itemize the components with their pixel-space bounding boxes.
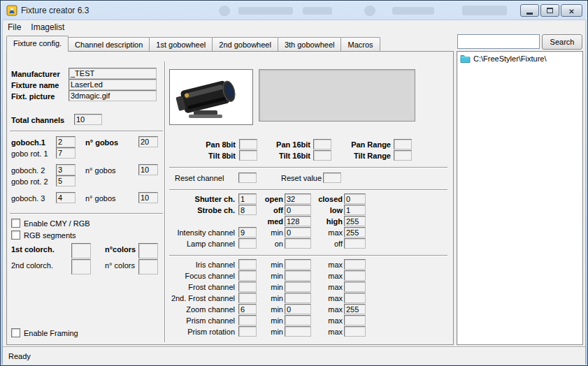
titlebar-glass-artifact <box>303 7 332 15</box>
strobe-off-field[interactable] <box>285 205 311 215</box>
strobe-med-field[interactable] <box>285 216 311 226</box>
intensity-max-field[interactable] <box>344 227 366 237</box>
shutter-open-label: open <box>259 195 283 204</box>
strobe-low-field[interactable] <box>344 205 366 215</box>
prism-rotation-max-field[interactable] <box>344 326 366 337</box>
enable-cmy-rgb-label: Enable CMY / RGB <box>24 219 90 228</box>
iris-max-field[interactable] <box>344 259 366 270</box>
ngobos1-field[interactable] <box>138 136 158 147</box>
fixture-name-label: Fixture name <box>11 81 59 90</box>
menu-item-imagelist[interactable]: Imagelist <box>26 21 69 34</box>
lamp-off-field[interactable] <box>344 238 366 249</box>
reset-channel-field[interactable] <box>238 173 257 183</box>
strobe-high-label: high <box>313 217 343 226</box>
fixture-name-field[interactable] <box>69 79 157 90</box>
tab-bar: Fixture config. Channel description 1st … <box>6 35 380 52</box>
ngobos3-field[interactable] <box>138 192 158 203</box>
prism-rotation-min-field[interactable] <box>285 326 311 337</box>
frost2-max-field[interactable] <box>344 293 366 303</box>
maximize-icon <box>547 8 553 13</box>
tab-channel-description[interactable]: Channel description <box>68 37 150 51</box>
zoom-min-label: min <box>259 305 283 314</box>
close-button[interactable] <box>561 4 582 17</box>
iris-channel-field[interactable] <box>238 259 257 270</box>
ncolors1-field[interactable] <box>138 243 158 258</box>
tab-macros[interactable]: Macros <box>340 37 380 51</box>
ncolors2-field[interactable] <box>138 259 158 274</box>
tilt16-field[interactable] <box>313 150 331 161</box>
fixt-picture-field[interactable] <box>69 90 157 101</box>
zoom-channel-field[interactable] <box>238 304 257 314</box>
reset-channel-label: Reset channel <box>175 174 224 183</box>
focus-min-field[interactable] <box>285 270 311 281</box>
focus-max-field[interactable] <box>344 270 366 281</box>
pan8-field[interactable] <box>239 139 257 149</box>
colorch2-field[interactable] <box>71 259 91 274</box>
intensity-min-field[interactable] <box>285 227 311 237</box>
prism-rotation-field[interactable] <box>238 326 257 337</box>
goboch1-field[interactable] <box>56 136 76 147</box>
prism-min-label: min <box>259 316 283 325</box>
goborot1-field[interactable] <box>56 147 76 159</box>
total-channels-field[interactable] <box>74 114 102 125</box>
lamp-channel-label: Lamp channel <box>168 240 235 249</box>
shutter-closed-field[interactable] <box>344 193 366 204</box>
frost-max-field[interactable] <box>344 281 366 292</box>
frost-channel-field[interactable] <box>238 281 257 292</box>
shutter-channel-field[interactable] <box>238 193 257 204</box>
goboch2-label: goboch. 2 <box>11 166 45 175</box>
window-controls <box>520 4 582 17</box>
pan16-field[interactable] <box>313 139 331 149</box>
app-window: Fixture creator 6.3 File Imagelist Fixtu… <box>0 0 588 366</box>
zoom-max-field[interactable] <box>344 304 366 314</box>
tab-1st-gobowheel[interactable]: 1st gobowheel <box>149 37 213 51</box>
fixt-picture-label: Fixt. picture <box>11 92 55 101</box>
search-input[interactable] <box>457 34 540 49</box>
reset-value-field[interactable] <box>323 173 341 183</box>
colorch1-label: 1st colorch. <box>11 245 55 254</box>
strobe-high-field[interactable] <box>344 216 366 226</box>
lamp-channel-field[interactable] <box>238 238 257 249</box>
manufacturer-field[interactable] <box>69 68 157 79</box>
search-button[interactable]: Search <box>542 34 582 50</box>
frost-channel-label: Frost channel <box>168 283 235 292</box>
titlebar[interactable]: Fixture creator 6.3 <box>1 1 587 20</box>
prism-max-field[interactable] <box>344 315 366 325</box>
tab-fixture-config[interactable]: Fixture config. <box>6 36 69 52</box>
frost-min-field[interactable] <box>285 281 311 292</box>
prism-channel-field[interactable] <box>238 315 257 325</box>
tilt8-field[interactable] <box>239 150 257 161</box>
ngobos2-field[interactable] <box>138 164 158 175</box>
prism-min-field[interactable] <box>285 315 311 325</box>
close-icon <box>568 6 574 16</box>
goborot2-field[interactable] <box>56 175 76 186</box>
focus-channel-field[interactable] <box>238 270 257 281</box>
tilt8-label: Tilt 8bit <box>169 152 236 161</box>
tab-3th-gobowheel[interactable]: 3th gobowheel <box>278 37 342 51</box>
frost2-max-label: max <box>313 294 343 303</box>
tilt-range-field[interactable] <box>394 150 412 161</box>
lamp-on-field[interactable] <box>285 238 311 249</box>
colorch1-field[interactable] <box>71 243 91 258</box>
intensity-channel-field[interactable] <box>238 227 257 237</box>
frost2-min-field[interactable] <box>285 293 311 303</box>
frost2-channel-field[interactable] <box>238 293 257 303</box>
iris-min-field[interactable] <box>285 259 311 270</box>
column-divider <box>164 61 166 342</box>
zoom-min-field[interactable] <box>285 304 311 314</box>
enable-framing-label: Enable Framing <box>24 329 78 338</box>
folder-item[interactable]: C:\FreeStyler\Fixture\ <box>457 52 582 65</box>
rgb-segments-checkbox[interactable] <box>11 230 20 240</box>
ngobos1-label: n° gobos <box>85 138 118 147</box>
tab-2nd-gobowheel[interactable]: 2nd gobowheel <box>212 37 278 51</box>
strobe-channel-field[interactable] <box>238 205 257 215</box>
enable-framing-checkbox[interactable] <box>11 328 20 337</box>
goboch2-field[interactable] <box>56 164 76 175</box>
enable-cmy-rgb-checkbox[interactable] <box>11 219 20 228</box>
maximize-button[interactable] <box>540 4 559 17</box>
goboch3-field[interactable] <box>56 192 76 203</box>
minimize-button[interactable] <box>520 4 539 17</box>
shutter-open-field[interactable] <box>285 193 311 204</box>
pan-range-field[interactable] <box>394 139 412 149</box>
menu-item-file[interactable]: File <box>3 21 26 34</box>
